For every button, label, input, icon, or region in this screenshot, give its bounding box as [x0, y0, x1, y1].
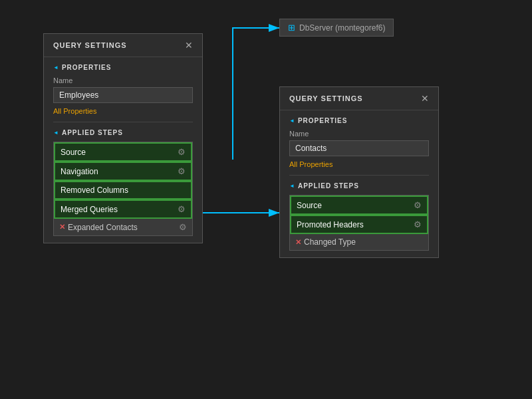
left-step-item-2[interactable]: Removed Columns	[54, 181, 192, 200]
left-panel-header: QUERY SETTINGS ✕	[44, 34, 202, 57]
left-divider	[53, 122, 193, 122]
db-server-box: ⊞ DbServer (montegoref6)	[279, 19, 394, 37]
db-icon: ⊞	[288, 23, 295, 33]
right-applied-steps-title: APPLIED STEPS	[289, 182, 429, 190]
left-step-item-0[interactable]: Source⚙	[54, 142, 192, 162]
left-panel-close-button[interactable]: ✕	[185, 41, 193, 50]
step-label: Removed Columns	[61, 186, 128, 195]
left-name-input[interactable]	[53, 87, 193, 103]
step-label: Source	[297, 201, 322, 210]
right-panel-header: QUERY SETTINGS ✕	[280, 87, 438, 110]
left-step-item-1[interactable]: Navigation⚙	[54, 162, 192, 181]
gear-icon[interactable]: ⚙	[178, 147, 186, 157]
step-label: Merged Queries	[61, 205, 118, 214]
gear-icon[interactable]: ⚙	[178, 166, 186, 176]
step-label: Source	[61, 148, 86, 157]
right-step-item-0[interactable]: Source⚙	[290, 196, 428, 215]
right-query-settings-panel: QUERY SETTINGS ✕ PROPERTIES Name All Pro…	[279, 86, 439, 258]
left-query-settings-panel: QUERY SETTINGS ✕ PROPERTIES Name All Pro…	[43, 33, 203, 243]
step-label: Navigation	[61, 167, 98, 176]
right-panel-body: PROPERTIES Name All Properties APPLIED S…	[280, 110, 438, 257]
left-steps-list: Source⚙Navigation⚙Removed ColumnsMerged …	[53, 142, 193, 236]
left-name-label: Name	[53, 76, 193, 84]
error-icon: ✕	[59, 223, 65, 231]
gear-icon[interactable]: ⚙	[414, 200, 422, 210]
left-panel-body: PROPERTIES Name All Properties APPLIED S…	[44, 57, 202, 243]
gear-icon[interactable]: ⚙	[179, 222, 187, 232]
right-panel-close-button[interactable]: ✕	[421, 94, 429, 103]
gear-icon[interactable]: ⚙	[178, 204, 186, 214]
right-divider	[289, 175, 429, 176]
right-all-properties-link[interactable]: All Properties	[289, 160, 429, 168]
left-step-item-3[interactable]: Merged Queries⚙	[54, 200, 192, 219]
gear-icon[interactable]: ⚙	[414, 219, 422, 229]
left-all-properties-link[interactable]: All Properties	[53, 107, 193, 115]
right-properties-section-title: PROPERTIES	[289, 117, 429, 124]
right-panel-title: QUERY SETTINGS	[289, 94, 363, 102]
step-label: Changed Type	[304, 237, 356, 247]
step-label: Promoted Headers	[297, 220, 364, 229]
right-step-item-2[interactable]: ✕Changed Type	[290, 234, 428, 250]
left-properties-section-title: PROPERTIES	[53, 64, 193, 71]
arrow-to-dbserver	[233, 28, 279, 160]
left-step-item-4[interactable]: ✕Expanded Contacts⚙	[54, 219, 192, 235]
right-name-label: Name	[289, 130, 429, 138]
right-step-item-1[interactable]: Promoted Headers⚙	[290, 215, 428, 234]
step-label: Expanded Contacts	[68, 223, 138, 232]
left-panel-title: QUERY SETTINGS	[53, 41, 127, 49]
left-applied-steps-title: APPLIED STEPS	[53, 129, 193, 136]
error-icon: ✕	[295, 238, 301, 247]
db-server-label: DbServer (montegoref6)	[299, 23, 385, 33]
right-steps-list: Source⚙Promoted Headers⚙✕Changed Type	[289, 195, 429, 251]
right-name-input[interactable]	[289, 140, 429, 156]
